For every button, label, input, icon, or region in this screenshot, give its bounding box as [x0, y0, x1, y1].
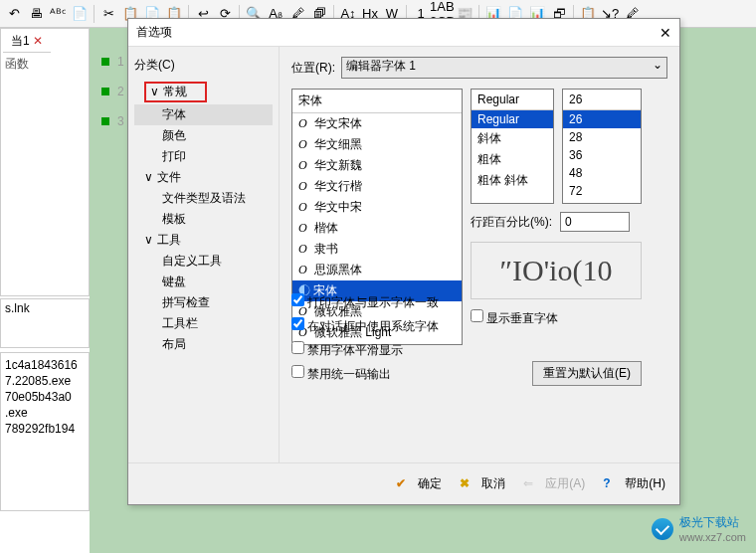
- option-checkbox[interactable]: 禁用统一码输出: [291, 362, 463, 386]
- font-item[interactable]: O 华文细黑: [292, 134, 462, 155]
- restore-defaults-button[interactable]: 重置为默认值(E): [532, 361, 642, 386]
- dialog-title: 首选项: [136, 24, 172, 41]
- font-item[interactable]: O 华文新魏: [292, 155, 462, 176]
- size-item[interactable]: 48: [563, 164, 641, 182]
- line-numbers: 123: [101, 55, 124, 144]
- preferences-dialog: 首选项 ✕ 分类(C) ∨ 常规字体颜色打印∨ 文件文件类型及语法模板∨ 工具自…: [127, 18, 680, 505]
- help-button[interactable]: 帮助(H): [603, 475, 665, 492]
- size-item[interactable]: 26: [563, 110, 641, 128]
- watermark-url: www.xz7.com: [679, 531, 746, 543]
- position-label: 位置(R):: [291, 60, 335, 77]
- ok-button[interactable]: 确定: [396, 475, 442, 492]
- style-item[interactable]: 斜体: [472, 128, 553, 149]
- apply-icon: [523, 476, 539, 492]
- check-icon: [396, 476, 412, 492]
- function-panel-header: 函数: [1, 55, 89, 73]
- tree-item[interactable]: 打印: [134, 146, 273, 167]
- style-list-header: Regular: [472, 90, 553, 110]
- tree-item[interactable]: 拼写检查: [134, 292, 273, 313]
- cancel-icon: [460, 476, 475, 492]
- font-list-header: 宋体: [292, 90, 462, 113]
- toolbar-icon[interactable]: ↶: [4, 4, 24, 24]
- tree-item[interactable]: 模板: [134, 209, 273, 230]
- cancel-button[interactable]: 取消: [460, 475, 505, 492]
- font-item[interactable]: O 华文行楷: [292, 176, 462, 197]
- tree-item[interactable]: 颜色: [134, 125, 273, 146]
- tree-item[interactable]: 文件类型及语法: [134, 188, 273, 209]
- tree-item[interactable]: ∨ 文件: [134, 167, 273, 188]
- settings-panel: 位置(R): 编辑器字体 1 ⌄ 宋体 O 华文宋体O 华文细黑O 华文新魏O …: [280, 47, 679, 462]
- apply-button[interactable]: 应用(A): [523, 475, 585, 492]
- document-tab[interactable]: 当1 ✕: [3, 31, 51, 53]
- spacing-label: 行距百分比(%):: [471, 214, 552, 231]
- file-item[interactable]: 789292fb194: [3, 421, 87, 437]
- file-item[interactable]: 1c4a1843616: [3, 357, 87, 373]
- size-item[interactable]: 36: [563, 146, 641, 164]
- category-panel: 分类(C) ∨ 常规字体颜色打印∨ 文件文件类型及语法模板∨ 工具自定义工具键盘…: [128, 47, 280, 462]
- close-icon[interactable]: ✕: [660, 25, 671, 41]
- size-listbox[interactable]: 26 2628364872: [562, 89, 642, 204]
- watermark-name: 极光下载站: [679, 514, 746, 531]
- chevron-down-icon: ⌄: [653, 58, 662, 72]
- vertical-font-checkbox[interactable]: 显示垂直字体: [471, 309, 642, 327]
- dialog-titlebar: 首选项 ✕: [128, 19, 679, 47]
- tree-item[interactable]: 键盘: [134, 272, 273, 292]
- font-item[interactable]: O 隶书: [292, 239, 462, 260]
- tree-item[interactable]: ∨ 工具: [134, 230, 273, 251]
- left-panel-files: 1c4a18436167.22085.exe70e05b43a0.exe7892…: [0, 352, 90, 511]
- size-item[interactable]: 72: [563, 182, 641, 200]
- left-panel-top: 当1 ✕ 函数: [0, 28, 90, 296]
- option-checkbox[interactable]: 在对话框中使用系统字体: [291, 314, 463, 338]
- font-item[interactable]: O 思源黑体: [292, 260, 462, 280]
- link-item[interactable]: s.lnk: [5, 301, 85, 315]
- font-preview: ″IO'io(10: [471, 242, 642, 299]
- help-icon: [603, 476, 619, 492]
- font-item[interactable]: O 华文中宋: [292, 197, 462, 218]
- watermark-logo-icon: [652, 518, 673, 540]
- toolbar-icon[interactable]: ✂: [98, 4, 118, 24]
- size-item[interactable]: 28: [563, 128, 641, 146]
- style-item[interactable]: 粗体: [472, 149, 553, 170]
- tree-item[interactable]: ∨ 常规: [134, 80, 273, 104]
- file-item[interactable]: 7.22085.exe: [3, 373, 87, 389]
- toolbar-icon[interactable]: 🖶: [26, 4, 46, 24]
- tree-item[interactable]: 工具栏: [134, 313, 273, 334]
- left-panel-mid: s.lnk: [0, 298, 90, 348]
- font-item[interactable]: O 楷体: [292, 218, 462, 239]
- watermark: 极光下载站 www.xz7.com: [652, 514, 746, 543]
- toolbar-icon[interactable]: ᴬᴮᶜ: [48, 4, 68, 24]
- spacing-input[interactable]: [560, 212, 630, 232]
- category-label: 分类(C): [134, 57, 273, 74]
- font-item[interactable]: O 华文宋体: [292, 113, 462, 134]
- position-select[interactable]: 编辑器字体 1 ⌄: [341, 57, 667, 79]
- tab-close-icon[interactable]: ✕: [33, 34, 43, 48]
- style-listbox[interactable]: Regular Regular斜体粗体粗体 斜体: [471, 89, 554, 204]
- file-item[interactable]: .exe: [3, 405, 87, 421]
- option-checkbox[interactable]: 打印字体与显示字体一致: [291, 290, 463, 314]
- style-item[interactable]: 粗体 斜体: [472, 170, 553, 191]
- tree-item[interactable]: 字体: [134, 104, 273, 125]
- dialog-button-bar: 确定 取消 应用(A) 帮助(H): [128, 462, 679, 504]
- file-item[interactable]: 70e05b43a0: [3, 389, 87, 405]
- category-tree[interactable]: ∨ 常规字体颜色打印∨ 文件文件类型及语法模板∨ 工具自定义工具键盘拼写检查工具…: [134, 80, 273, 355]
- tree-item[interactable]: 自定义工具: [134, 251, 273, 272]
- style-item[interactable]: Regular: [472, 110, 553, 128]
- size-list-header: 26: [563, 90, 641, 110]
- toolbar-icon[interactable]: 📄: [70, 4, 90, 24]
- tree-item[interactable]: 布局: [134, 334, 273, 355]
